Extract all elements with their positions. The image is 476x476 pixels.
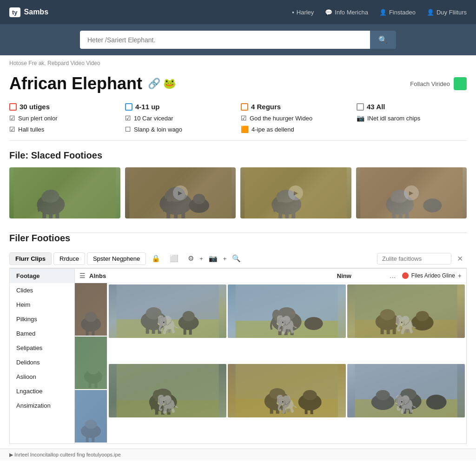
check-icon-1: ☑ [9, 126, 15, 133]
svg-point-100 [426, 395, 446, 410]
svg-rect-61 [278, 327, 282, 335]
svg-point-65 [304, 317, 323, 330]
svg-rect-56 [189, 328, 192, 335]
svg-rect-67 [355, 320, 457, 338]
lock-icon[interactable]: 🔒 [148, 252, 164, 265]
svg-rect-93 [311, 408, 313, 414]
filer-section: Filer Footioes Flurr Clips Rrduce Spster… [0, 233, 476, 449]
sidebar-item-pilkings[interactable]: Pilkings [10, 312, 74, 326]
left-thumb-3[interactable] [75, 390, 107, 443]
filter-check-0-1[interactable]: ☑ Hall tulles [9, 126, 119, 133]
sidebar-item-selipaties[interactable]: Selipaties [10, 341, 74, 355]
filter-check-0-0[interactable]: ☑ Sun plert onlor [9, 114, 119, 122]
sidebar-item-aslioon[interactable]: Aslioon [10, 370, 74, 384]
sidebar-item-footage[interactable]: Footage [10, 269, 74, 283]
search-button[interactable]: 🔍 [370, 31, 396, 49]
left-thumbs [75, 283, 107, 443]
svg-rect-72 [392, 326, 396, 334]
nav-finstadeo[interactable]: 👤 Finstadeo [379, 9, 416, 16]
gear-icon[interactable]: ⚙ [184, 252, 198, 265]
svg-rect-79 [155, 407, 159, 415]
filter-badge-0[interactable]: 30 utiges [9, 103, 119, 111]
svg-point-15 [193, 194, 205, 204]
img-cell-4[interactable] [109, 364, 226, 417]
filter-badge-2[interactable]: 4 Regurs [241, 103, 351, 111]
filter-check-1-0[interactable]: ☑ 10 Car vicedar [125, 114, 235, 122]
sidebar-item-bamed[interactable]: Bamed [10, 326, 74, 341]
grid-col-alnbs: Alnbs [89, 272, 333, 279]
filter-check-label-3-0: INet idl sarom chips [367, 115, 420, 122]
svg-rect-20 [285, 210, 289, 218]
video-thumb-1[interactable] [9, 167, 120, 218]
badge-box-red [9, 103, 17, 111]
filer-title: Filer Footioes [9, 233, 467, 244]
svg-rect-11 [174, 210, 178, 218]
filter-badge-1[interactable]: 4-11 up [125, 103, 235, 111]
breadcrumb: Hotose Fre ak, Rebpard Video Video [0, 55, 476, 71]
filter-badge-3[interactable]: 43 All [357, 103, 467, 111]
tab-flurr-clips[interactable]: Flurr Clips [9, 252, 52, 265]
filter-check-3-0[interactable]: 📷 INet idl sarom chips [357, 114, 467, 122]
magnify-icon[interactable]: 🔍 [228, 252, 245, 265]
sidebar-item-heim[interactable]: Heim [10, 298, 74, 312]
svg-rect-101 [403, 406, 406, 414]
list-icon[interactable]: ☰ [79, 272, 86, 279]
svg-point-49 [146, 307, 162, 319]
svg-rect-23 [360, 167, 463, 218]
img-cell-3[interactable] [347, 284, 465, 338]
svg-rect-55 [184, 327, 186, 335]
files-dot [402, 272, 409, 279]
svg-rect-51 [152, 326, 155, 334]
tab-rrduce[interactable]: Rrduce [53, 252, 85, 265]
svg-rect-5 [55, 209, 59, 218]
toolbar-search-input[interactable] [377, 253, 451, 264]
left-thumb-1[interactable] [75, 283, 107, 337]
nav-items: ▪ Harley 💬 Info Mericha 👤 Finstadeo 👤 Du… [292, 9, 467, 16]
plus-icon-2[interactable]: + [223, 255, 227, 262]
svg-rect-102 [409, 407, 412, 414]
follow-btn-area[interactable]: Follach Virideo [410, 77, 467, 90]
left-thumb-2[interactable] [75, 337, 107, 390]
sidebar-item-clides[interactable]: Clides [10, 283, 74, 298]
svg-point-99 [400, 389, 416, 400]
filter-check-label-0-0: Sun plert onlor [18, 115, 58, 122]
nav-info-mericha[interactable]: 💬 Info Mericha [325, 9, 368, 16]
tab-spster-negphene[interactable]: Spster Negphene [87, 252, 146, 265]
file-section: File: Slaced Footioes ▶ [0, 141, 476, 232]
filter-check-2-0[interactable]: ☑ God the huurger Wideo [241, 114, 351, 122]
svg-point-33 [85, 312, 97, 322]
files-plus-icon[interactable]: + [458, 272, 462, 279]
sidebar-item-ansimization[interactable]: Ansimization [10, 398, 74, 413]
nav-duy-fliiturs[interactable]: 👤 Duy Fliiturs [427, 9, 467, 16]
nav-harley[interactable]: ▪ Harley [292, 9, 314, 16]
svg-rect-3 [42, 209, 46, 218]
check-icon-6: 📷 [357, 114, 364, 122]
sidebar: Footage Clides Heim Pilkings Bamed Selip… [10, 269, 75, 443]
img-cell-2[interactable] [228, 284, 345, 338]
img-cell-5[interactable] [228, 364, 345, 417]
grid-col-dots[interactable]: ... [387, 271, 398, 280]
camera-icon[interactable]: 📷 [205, 252, 221, 265]
img-cell-6[interactable] [347, 364, 465, 417]
video-thumb-2[interactable]: ▶ [125, 167, 236, 218]
square-icon[interactable]: ⬜ [166, 252, 182, 265]
close-icon[interactable]: ✕ [453, 252, 467, 265]
sidebar-item-lngactioe[interactable]: Lngactioe [10, 384, 74, 398]
filter-check-2-1[interactable]: 🟧 4-ipe as dellend [241, 126, 351, 133]
filter-check-1-1[interactable]: ☐ Slanp & loin wago [125, 126, 235, 133]
filter-label-0: 30 utiges [20, 103, 50, 111]
badge-box-blue [125, 103, 132, 111]
sidebar-item-delidons[interactable]: Delidons [10, 355, 74, 370]
bottom-bar: ▶ Inrteel Inconcitallop culterd fing feo… [0, 449, 476, 461]
search-input[interactable] [80, 31, 370, 49]
video-thumb-3[interactable]: ▶ [240, 167, 351, 218]
svg-rect-40 [94, 382, 97, 388]
grid-area: ☰ Alnbs Ninw ... Files Arideo Gline + [75, 269, 466, 443]
frog-icon[interactable]: 🐸 [163, 78, 176, 90]
badge-box-gray [357, 103, 364, 111]
img-cell-1[interactable] [109, 284, 226, 338]
link-icon[interactable]: 🔗 [148, 78, 160, 90]
filter-col-0: 30 utiges ☑ Sun plert onlor ☑ Hall tulle… [9, 103, 119, 133]
plus-icon-1[interactable]: + [199, 255, 203, 262]
video-thumb-4[interactable]: ▶ [356, 167, 467, 218]
